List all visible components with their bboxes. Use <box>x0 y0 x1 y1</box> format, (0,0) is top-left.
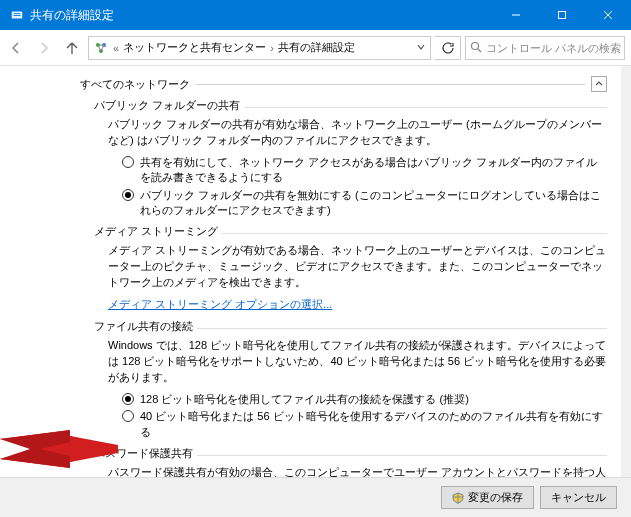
media-options-link[interactable]: メディア ストリーミング オプションの選択... <box>108 298 332 310</box>
breadcrumb-item-2[interactable]: 共有の詳細設定 <box>278 40 355 55</box>
svg-rect-2 <box>14 15 21 16</box>
svg-line-14 <box>478 49 481 52</box>
collapse-icon[interactable] <box>591 76 607 92</box>
radio-icon <box>122 410 134 422</box>
search-box[interactable] <box>465 36 625 60</box>
breadcrumb-dropdown-icon[interactable] <box>416 42 426 54</box>
media-desc: メディア ストリーミングが有効である場合、ネットワーク上のユーザーとデバイスは、… <box>108 243 607 291</box>
breadcrumb-item-1[interactable]: ネットワークと共有センター <box>123 40 266 55</box>
close-button[interactable] <box>585 0 631 30</box>
breadcrumb-sep-icon: « <box>113 42 119 54</box>
media-title: メディア ストリーミング <box>94 224 218 239</box>
search-icon <box>470 41 482 55</box>
minimize-button[interactable] <box>493 0 539 30</box>
search-input[interactable] <box>486 42 624 54</box>
password-desc: パスワード保護共有が有効の場合、このコンピューターでユーザー アカウントとパスワ… <box>108 465 607 477</box>
option-label: パブリック フォルダーの共有を無効にする (このコンピューターにログオンしている… <box>140 188 607 219</box>
group-public-folder: パブリック フォルダーの共有 パブリック フォルダーの共有が有効な場合、ネットワ… <box>94 98 607 218</box>
svg-rect-4 <box>559 12 566 19</box>
maximize-button[interactable] <box>539 0 585 30</box>
divider <box>197 455 607 456</box>
profile-header[interactable]: すべてのネットワーク <box>80 76 607 92</box>
file-share-title: ファイル共有の接続 <box>94 319 193 334</box>
public-folder-off-radio[interactable]: パブリック フォルダーの共有を無効にする (このコンピューターにログオンしている… <box>122 188 607 219</box>
radio-icon <box>122 156 134 168</box>
group-password-sharing: パスワード保護共有 パスワード保護共有が有効の場合、このコンピューターでユーザー… <box>94 446 607 477</box>
app-icon <box>10 8 24 22</box>
nav-back-button[interactable] <box>4 36 28 60</box>
encrypt-4056-radio[interactable]: 40 ビット暗号化または 56 ビット暗号化を使用するデバイスのためのファイル共… <box>122 409 607 440</box>
refresh-button[interactable] <box>435 36 461 60</box>
option-label: 40 ビット暗号化または 56 ビット暗号化を使用するデバイスのためのファイル共… <box>140 409 607 440</box>
encrypt-128-radio[interactable]: 128 ビット暗号化を使用してファイル共有の接続を保護する (推奨) <box>122 392 607 407</box>
radio-icon <box>122 393 134 405</box>
nav-forward-button[interactable] <box>32 36 56 60</box>
titlebar: 共有の詳細設定 <box>0 0 631 30</box>
svg-point-13 <box>472 42 479 49</box>
shield-icon <box>452 492 464 504</box>
svg-rect-1 <box>14 13 21 14</box>
password-title: パスワード保護共有 <box>94 446 193 461</box>
public-folder-desc: パブリック フォルダーの共有が有効な場合、ネットワーク上のユーザー (ホームグル… <box>108 117 607 149</box>
button-label: キャンセル <box>551 490 606 505</box>
button-label: 変更の保存 <box>468 490 523 505</box>
group-media-streaming: メディア ストリーミング メディア ストリーミングが有効である場合、ネットワーク… <box>94 224 607 313</box>
option-label: 128 ビット暗号化を使用してファイル共有の接続を保護する (推奨) <box>140 392 469 407</box>
cancel-button[interactable]: キャンセル <box>540 486 617 509</box>
divider <box>196 84 585 85</box>
radio-icon <box>122 189 134 201</box>
breadcrumb-chevron-icon: › <box>270 42 274 54</box>
divider <box>197 328 607 329</box>
nav-up-button[interactable] <box>60 36 84 60</box>
window-title: 共有の詳細設定 <box>30 7 114 24</box>
save-changes-button[interactable]: 変更の保存 <box>441 486 534 509</box>
content-pane: すべてのネットワーク パブリック フォルダーの共有 パブリック フォルダーの共有… <box>0 66 621 477</box>
group-file-share: ファイル共有の接続 Windows では、128 ビット暗号化を使用してファイル… <box>94 319 607 440</box>
vertical-scrollbar[interactable] <box>621 66 631 477</box>
breadcrumb[interactable]: « ネットワークと共有センター › 共有の詳細設定 <box>88 36 431 60</box>
footer: 変更の保存 キャンセル <box>0 477 631 517</box>
public-folder-title: パブリック フォルダーの共有 <box>94 98 240 113</box>
network-icon <box>93 40 109 56</box>
divider <box>244 107 607 108</box>
profile-title: すべてのネットワーク <box>80 77 190 92</box>
navbar: « ネットワークと共有センター › 共有の詳細設定 <box>0 30 631 66</box>
option-label: 共有を有効にして、ネットワーク アクセスがある場合はパブリック フォルダー内のフ… <box>140 155 607 186</box>
file-share-desc: Windows では、128 ビット暗号化を使用してファイル共有の接続が保護され… <box>108 338 607 386</box>
divider <box>222 233 607 234</box>
public-folder-on-radio[interactable]: 共有を有効にして、ネットワーク アクセスがある場合はパブリック フォルダー内のフ… <box>122 155 607 186</box>
